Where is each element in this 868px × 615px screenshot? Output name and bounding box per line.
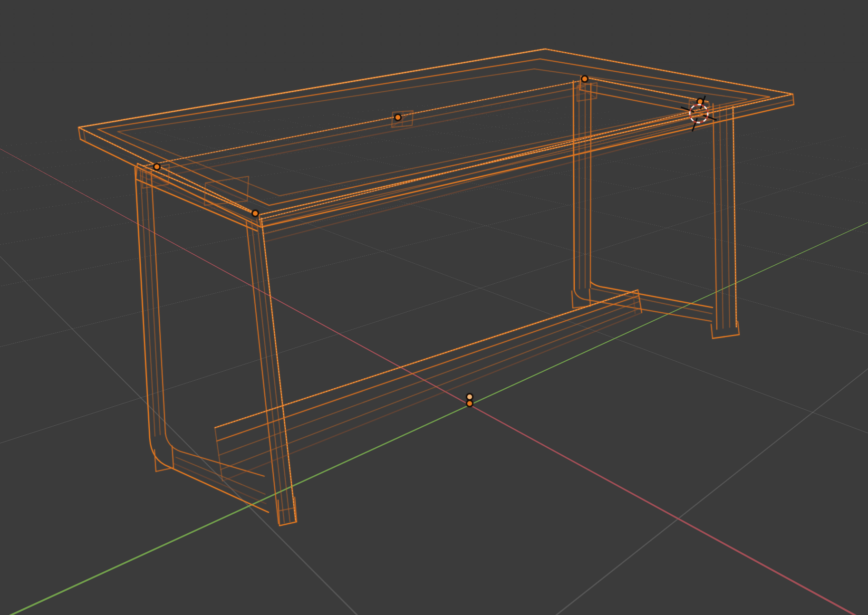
aprons xyxy=(144,80,713,242)
left-leg-frame xyxy=(135,163,297,526)
center-stretcher xyxy=(215,290,642,481)
3d-cursor-crosshair xyxy=(676,91,722,136)
origin-dot-tabletop-middle[interactable] xyxy=(394,114,402,121)
table-wireframe[interactable] xyxy=(0,0,868,615)
blender-3d-viewport[interactable] xyxy=(0,0,868,615)
origin-dot-front-left-leg-top[interactable] xyxy=(251,210,259,217)
origin-dot-back-left-leg-top[interactable] xyxy=(153,163,161,171)
origin-dot-back-right-leg-top[interactable] xyxy=(581,75,588,83)
3d-cursor xyxy=(676,91,722,136)
origin-dot-origin-world-center[interactable] xyxy=(466,400,473,407)
